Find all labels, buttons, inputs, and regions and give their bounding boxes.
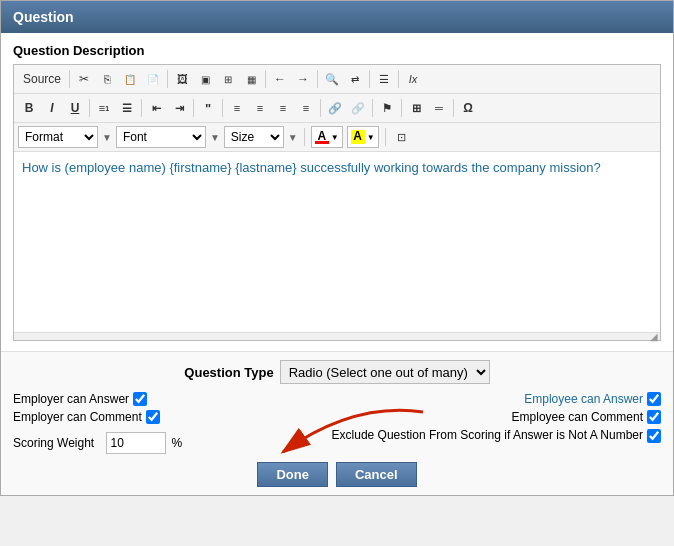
table-btn[interactable]: ⊞	[405, 97, 427, 119]
underline-btn[interactable]: U	[64, 97, 86, 119]
unlink-btn[interactable]: 🔗	[347, 97, 369, 119]
frame-icon[interactable]: ▦	[240, 68, 262, 90]
section-label: Question Description	[13, 43, 661, 58]
clear-format-icon[interactable]: Ix	[402, 68, 424, 90]
exclude-option: Exclude Question From Scoring if Answer …	[332, 428, 661, 444]
sep1	[69, 70, 70, 88]
ordered-list-btn[interactable]: ≡1	[93, 97, 115, 119]
blockquote-btn[interactable]: "	[197, 97, 219, 119]
dialog-title: Question	[1, 1, 673, 33]
find-icon[interactable]: 🔍	[321, 68, 343, 90]
employer-answer-checkbox[interactable]	[133, 392, 147, 406]
sep7	[89, 99, 90, 117]
size-arrow: ▼	[288, 132, 298, 143]
paste-icon[interactable]: 📋	[119, 68, 141, 90]
cancel-button[interactable]: Cancel	[336, 462, 417, 487]
font-color-btn[interactable]: A ▼	[311, 126, 343, 148]
cut-icon[interactable]: ✂	[73, 68, 95, 90]
sep11	[320, 99, 321, 117]
sep2	[167, 70, 168, 88]
replace-icon[interactable]: ⇄	[344, 68, 366, 90]
editor-resize-handle[interactable]: ◢	[14, 332, 660, 340]
sep4	[317, 70, 318, 88]
employee-answer-option: Employee can Answer	[332, 392, 661, 406]
italic-btn[interactable]: I	[41, 97, 63, 119]
align-center-btn[interactable]: ≡	[249, 97, 271, 119]
resize-icon: ◢	[650, 331, 658, 342]
employee-comment-option: Employee can Comment	[332, 410, 661, 424]
font-color-arrow: ▼	[331, 133, 339, 142]
employer-comment-label: Employer can Comment	[13, 410, 142, 424]
anchor-btn[interactable]: ⚑	[376, 97, 398, 119]
exclude-checkbox[interactable]	[647, 429, 661, 443]
question-type-row: Question Type Radio (Select one out of m…	[13, 360, 661, 384]
scoring-label: Scoring Weight	[13, 436, 94, 450]
flash-icon[interactable]: ▣	[194, 68, 216, 90]
done-button[interactable]: Done	[257, 462, 328, 487]
employee-comment-label: Employee can Comment	[512, 410, 643, 424]
question-type-label: Question Type	[184, 365, 273, 380]
toolbar-row-1: Source ✂ ⎘ 📋 📄 🖼 ▣ ⊞ ▦ ← → 🔍 ⇄ ☰	[14, 65, 660, 94]
size-select[interactable]: Size	[224, 126, 284, 148]
scoring-row: Scoring Weight %	[13, 432, 182, 454]
sep8	[141, 99, 142, 117]
styles-btn[interactable]: ⊡	[392, 126, 412, 148]
bg-color-arrow: ▼	[367, 133, 375, 142]
employee-answer-label: Employee can Answer	[524, 392, 643, 406]
special-char-btn[interactable]: Ω	[457, 97, 479, 119]
employer-answer-label: Employer can Answer	[13, 392, 129, 406]
question-dialog: Question Question Description Source ✂ ⎘…	[0, 0, 674, 496]
indent-increase-btn[interactable]: ⇥	[168, 97, 190, 119]
editor-content[interactable]: How is (employee name) {firstname} {last…	[14, 152, 660, 332]
sep12	[372, 99, 373, 117]
scoring-unit: %	[172, 436, 183, 450]
align-icon[interactable]: ☰	[373, 68, 395, 90]
employee-comment-checkbox[interactable]	[647, 410, 661, 424]
undo-icon[interactable]: ←	[269, 68, 291, 90]
format-arrow: ▼	[102, 132, 112, 143]
sep5	[369, 70, 370, 88]
sep3	[265, 70, 266, 88]
exclude-label: Exclude Question From Scoring if Answer …	[332, 428, 643, 444]
format-select[interactable]: Format	[18, 126, 98, 148]
dialog-body: Question Description Source ✂ ⎘ 📋 📄 🖼 ▣ …	[1, 33, 673, 351]
left-options: Employer can Answer Employer can Comment…	[13, 392, 182, 454]
scoring-input[interactable]	[106, 432, 166, 454]
table-insert-icon[interactable]: ⊞	[217, 68, 239, 90]
font-arrow: ▼	[210, 132, 220, 143]
paste-text-icon[interactable]: 📄	[142, 68, 164, 90]
bg-color-swatch: A	[351, 130, 365, 144]
sep14	[453, 99, 454, 117]
align-left-btn[interactable]: ≡	[226, 97, 248, 119]
options-row: Employer can Answer Employer can Comment…	[13, 392, 661, 454]
sep6	[398, 70, 399, 88]
source-btn[interactable]: Source	[18, 68, 66, 90]
sep10	[222, 99, 223, 117]
font-color-swatch: A	[315, 130, 329, 144]
bg-color-btn[interactable]: A ▼	[347, 126, 379, 148]
toolbar-row-2: B I U ≡1 ☰ ⇤ ⇥ " ≡ ≡ ≡ ≡ 🔗 🔗 ⚑	[14, 94, 660, 123]
employer-answer-option: Employer can Answer	[13, 392, 182, 406]
employer-comment-checkbox[interactable]	[146, 410, 160, 424]
align-full-btn[interactable]: ≡	[295, 97, 317, 119]
employee-answer-checkbox[interactable]	[647, 392, 661, 406]
hr-btn[interactable]: ═	[428, 97, 450, 119]
sep9	[193, 99, 194, 117]
font-select[interactable]: Font	[116, 126, 206, 148]
question-type-select[interactable]: Radio (Select one out of many) Checkbox …	[280, 360, 490, 384]
action-row: Done Cancel	[13, 462, 661, 487]
copy-icon[interactable]: ⎘	[96, 68, 118, 90]
align-right-btn[interactable]: ≡	[272, 97, 294, 119]
bottom-section: Question Type Radio (Select one out of m…	[1, 351, 673, 495]
image-icon[interactable]: 🖼	[171, 68, 193, 90]
redo-icon[interactable]: →	[292, 68, 314, 90]
unordered-list-btn[interactable]: ☰	[116, 97, 138, 119]
sep15	[304, 128, 305, 146]
indent-decrease-btn[interactable]: ⇤	[145, 97, 167, 119]
link-btn[interactable]: 🔗	[324, 97, 346, 119]
right-options: Employee can Answer Employee can Comment…	[332, 392, 661, 454]
format-row: Format ▼ Font ▼ Size ▼ A ▼ A ▼	[14, 123, 660, 152]
sep13	[401, 99, 402, 117]
bold-btn[interactable]: B	[18, 97, 40, 119]
sep16	[385, 128, 386, 146]
